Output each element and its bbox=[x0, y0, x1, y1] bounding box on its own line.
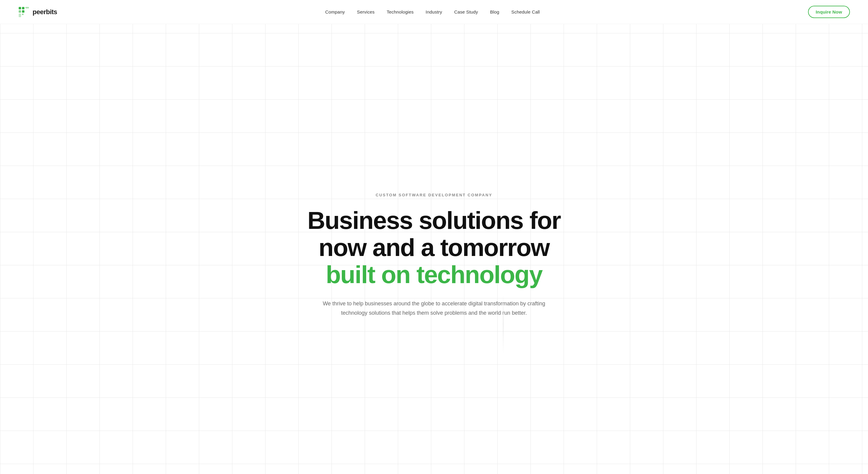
svg-rect-5 bbox=[19, 13, 21, 17]
nav-technologies[interactable]: Technologies bbox=[387, 9, 413, 14]
logo-text: peerbits bbox=[33, 8, 57, 16]
nav-blog[interactable]: Blog bbox=[490, 9, 499, 14]
svg-rect-1 bbox=[22, 7, 24, 9]
logo-icon bbox=[18, 6, 30, 18]
header: peerbits Company Services Technologies I… bbox=[0, 0, 868, 24]
nav-services[interactable]: Services bbox=[357, 9, 375, 14]
hero-description: We thrive to help businesses around the … bbox=[319, 299, 549, 317]
svg-rect-3 bbox=[19, 10, 21, 13]
hero-headline: Business solutions for now and a tomorro… bbox=[299, 207, 569, 289]
svg-rect-0 bbox=[19, 7, 21, 9]
nav-company[interactable]: Company bbox=[325, 9, 345, 14]
hero-section: CUSTOM SOFTWARE DEVELOPMENT COMPANY Busi… bbox=[0, 24, 868, 474]
nav-case-study[interactable]: Case Study bbox=[454, 9, 478, 14]
main-nav: Company Services Technologies Industry C… bbox=[325, 9, 540, 14]
hero-headline-part1: Business solutions for now and a tomorro… bbox=[307, 207, 561, 261]
hero-eyebrow: CUSTOM SOFTWARE DEVELOPMENT COMPANY bbox=[376, 193, 493, 197]
logo-link[interactable]: peerbits bbox=[18, 6, 57, 18]
svg-rect-4 bbox=[22, 10, 24, 13]
hero-headline-highlight: built on technology bbox=[326, 261, 542, 288]
svg-rect-6 bbox=[22, 13, 24, 15]
nav-schedule-call[interactable]: Schedule Call bbox=[512, 9, 540, 14]
svg-rect-2 bbox=[25, 7, 29, 8]
nav-industry[interactable]: Industry bbox=[426, 9, 442, 14]
inquire-now-button[interactable]: Inquire Now bbox=[808, 6, 850, 18]
